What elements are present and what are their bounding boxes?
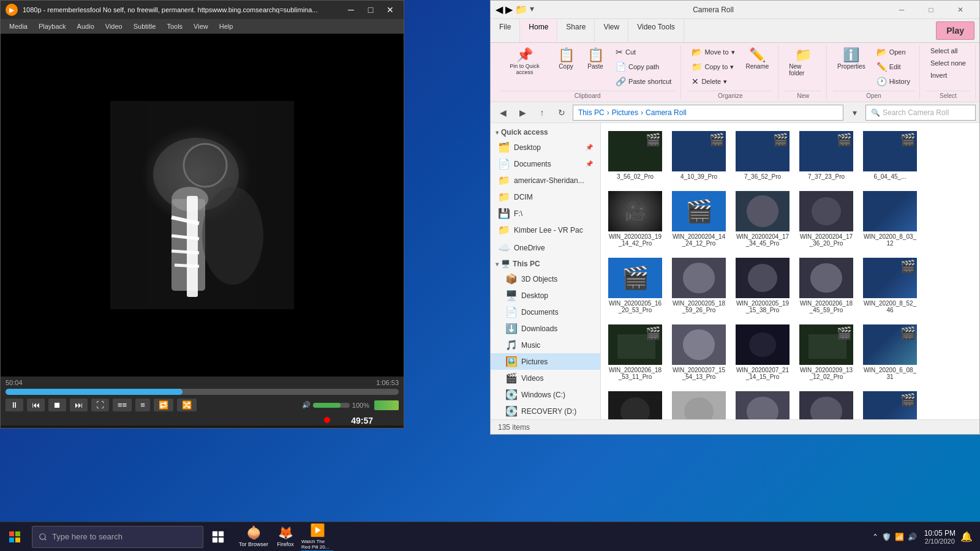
new-folder-button[interactable]: 📁 New folder bbox=[785, 45, 821, 80]
vlc-progress-bar[interactable] bbox=[6, 389, 399, 395]
list-item[interactable]: 🎬 WIN_20200_1_15_11 bbox=[859, 387, 921, 419]
list-item[interactable]: WIN_20200210_15_20_53_Pro bbox=[668, 387, 729, 419]
sidebar-pictures[interactable]: 🖼️ Pictures bbox=[491, 353, 600, 370]
list-item[interactable]: WIN_20200210_18_39_18_Pro bbox=[796, 387, 857, 419]
list-item[interactable]: WIN_20200205_19_15_38_Pro bbox=[732, 253, 793, 318]
quick-access-header[interactable]: ▾ Quick access bbox=[491, 126, 600, 139]
vlc-menu-audio[interactable]: Audio bbox=[72, 21, 99, 31]
sidebar-item-americavr[interactable]: 📁 americavr-Sheridan... bbox=[491, 172, 600, 189]
open-button[interactable]: 📂 Open bbox=[872, 45, 914, 59]
list-item[interactable]: WIN_20200204_17_36_20_Pro bbox=[796, 187, 857, 251]
play-ribbon-button[interactable]: Play bbox=[936, 21, 974, 40]
list-item[interactable]: 🎬 WIN_20200209_13_12_02_Pro bbox=[796, 320, 857, 384]
ribbon-tab-videotools[interactable]: Video Tools bbox=[628, 19, 684, 42]
list-item[interactable]: WIN_20200205_18_59_26_Pro bbox=[668, 253, 729, 318]
list-item[interactable]: WIN_20200207_15_54_13_Pro bbox=[668, 320, 729, 384]
notification-button[interactable]: 🔔 bbox=[960, 531, 973, 542]
sidebar-item-dcim[interactable]: 📁 DCIM bbox=[491, 189, 600, 205]
vlc-menu-video[interactable]: Video bbox=[100, 21, 127, 31]
edit-button[interactable]: ✏️ Edit bbox=[872, 60, 914, 73]
clock-button[interactable]: 10:05 PM 2/10/2020 bbox=[924, 529, 956, 545]
sidebar-recovery-d[interactable]: 💽 RECOVERY (D:) bbox=[491, 403, 600, 419]
paste-button[interactable]: 📋 Paste bbox=[582, 45, 609, 73]
vlc-menu-view[interactable]: View bbox=[189, 21, 213, 31]
sidebar-downloads[interactable]: ⬇️ Downloads bbox=[491, 320, 600, 337]
breadcrumb-dropdown-button[interactable]: ▾ bbox=[846, 105, 863, 121]
list-item[interactable]: 🎥 WIN_20200203_19_14_42_Pro bbox=[605, 187, 666, 251]
list-item[interactable]: 🎬 WIN_20200_8_03_12 bbox=[859, 187, 921, 251]
list-item[interactable]: 🎬 4_10_39_Pro bbox=[668, 127, 729, 184]
vlc-maximize-button[interactable]: □ bbox=[362, 3, 379, 17]
list-item[interactable]: 🎬 WIN_20200205_16_20_53_Pro bbox=[605, 253, 666, 318]
list-item[interactable]: 🎬 WIN_20200206_18_53_11_Pro bbox=[605, 320, 666, 384]
vlc-menu-subtitle[interactable]: Subtitle bbox=[129, 21, 161, 31]
sidebar-item-kimber[interactable]: 📁 Kimber Lee - VR Pac bbox=[491, 222, 600, 238]
vlc-playlist-button[interactable]: ≡ bbox=[135, 399, 150, 411]
copy-to-button[interactable]: 📁 Copy to ▾ bbox=[687, 60, 739, 73]
list-item[interactable]: 🎬 7_37_23_Pro bbox=[796, 127, 857, 184]
refresh-button[interactable]: ↻ bbox=[553, 105, 570, 121]
taskbar-app-firefox[interactable]: 🦊 Firefox bbox=[270, 522, 301, 552]
show-hidden-icons-button[interactable]: ⌃ bbox=[872, 533, 878, 541]
properties-button[interactable]: ℹ️ Properties bbox=[833, 45, 870, 73]
ribbon-tab-home[interactable]: Home bbox=[520, 19, 557, 42]
breadcrumb-pictures[interactable]: Pictures bbox=[612, 108, 638, 117]
sidebar-3dobjects[interactable]: 📦 3D Objects bbox=[491, 271, 600, 287]
list-item[interactable]: 🎬 WIN_20200204_14_24_12_Pro bbox=[668, 187, 729, 251]
list-item[interactable]: WIN_20200209_18_12_42_Pro bbox=[605, 387, 666, 419]
explorer-minimize-button[interactable]: ─ bbox=[888, 1, 916, 19]
taskbar-app-tor[interactable]: 🧅 Tor Browser bbox=[238, 522, 270, 552]
sidebar-videos[interactable]: 🎬 Videos bbox=[491, 370, 600, 386]
sidebar-item-f-drive[interactable]: 💾 F:\ bbox=[491, 205, 600, 222]
ribbon-tab-share[interactable]: Share bbox=[557, 19, 595, 42]
this-pc-header[interactable]: ▾ 🖥️ This PC bbox=[491, 257, 600, 271]
breadcrumb-camera-roll[interactable]: Camera Roll bbox=[646, 108, 687, 117]
ribbon-tab-file[interactable]: File bbox=[491, 19, 520, 42]
vlc-menu-media[interactable]: Media bbox=[4, 21, 32, 31]
sidebar-documents2[interactable]: 📄 Documents bbox=[491, 304, 600, 320]
pin-to-quickaccess-button[interactable]: 📌 Pin to Quick access bbox=[499, 45, 550, 78]
up-button[interactable]: ↑ bbox=[533, 105, 551, 121]
ribbon-tab-view[interactable]: View bbox=[595, 19, 628, 42]
list-item[interactable]: 🎬 WIN_20200_6_08_31 bbox=[859, 320, 921, 384]
vlc-stop-button[interactable]: ⏹ bbox=[48, 399, 66, 411]
task-view-button[interactable] bbox=[203, 522, 233, 552]
back-button[interactable]: ◀ bbox=[494, 105, 511, 121]
list-item[interactable]: WIN_20200207_21_14_15_Pro bbox=[732, 320, 793, 384]
vlc-play-pause-button[interactable]: ⏸ bbox=[6, 399, 23, 411]
taskbar-search[interactable]: Type here to search bbox=[32, 526, 203, 548]
sidebar-desktop2[interactable]: 🖥️ Desktop bbox=[491, 287, 600, 304]
vlc-ext-button[interactable]: ≡≡ bbox=[113, 399, 132, 411]
breadcrumb[interactable]: This PC › Pictures › Camera Roll bbox=[573, 105, 843, 121]
vlc-menu-help[interactable]: Help bbox=[214, 21, 238, 31]
copy-path-button[interactable]: 📄 Copy path bbox=[611, 60, 676, 73]
cut-button[interactable]: ✂ Cut bbox=[611, 45, 676, 59]
explorer-window-controls[interactable]: ─ □ ✕ bbox=[888, 1, 974, 19]
explorer-maximize-button[interactable]: □ bbox=[917, 1, 945, 19]
move-to-button[interactable]: 📂 Move to ▾ bbox=[687, 45, 739, 59]
list-item[interactable]: 🎬 WIN_20200_8_52_46 bbox=[859, 253, 921, 318]
volume-status-icon[interactable]: 🔊 bbox=[908, 533, 917, 541]
taskbar-app-vlc[interactable]: ▶️ Watch The Red Pill 20... bbox=[301, 522, 333, 552]
start-button[interactable] bbox=[0, 522, 29, 552]
select-none-button[interactable]: Select none bbox=[926, 58, 970, 69]
history-button[interactable]: 🕐 History bbox=[872, 75, 914, 88]
vlc-minimize-button[interactable]: ─ bbox=[342, 3, 360, 17]
explorer-close-button[interactable]: ✕ bbox=[946, 1, 974, 19]
vlc-menu-tools[interactable]: Tools bbox=[162, 21, 187, 31]
vlc-loop-button[interactable]: 🔁 bbox=[154, 399, 173, 411]
list-item[interactable]: WIN_20200210_18_21_18_Pro bbox=[732, 387, 793, 419]
rename-button[interactable]: ✏️ Rename bbox=[742, 45, 774, 73]
vlc-close-button[interactable]: ✕ bbox=[382, 3, 399, 17]
vlc-fullscreen-button[interactable]: ⛶ bbox=[91, 399, 109, 411]
vlc-window-controls[interactable]: ─ □ ✕ bbox=[342, 3, 399, 17]
list-item[interactable]: WIN_20200206_18_45_59_Pro bbox=[796, 253, 857, 318]
list-item[interactable]: 🎬 3_56_02_Pro bbox=[605, 127, 666, 184]
paste-shortcut-button[interactable]: 🔗 Paste shortcut bbox=[611, 75, 676, 88]
sidebar-item-onedrive[interactable]: ☁️ OneDrive bbox=[491, 239, 600, 256]
sidebar-windows-c[interactable]: 💽 Windows (C:) bbox=[491, 386, 600, 403]
list-item[interactable]: 🎬 7_36_52_Pro bbox=[732, 127, 793, 184]
vlc-volume-bar[interactable] bbox=[313, 403, 350, 408]
list-item[interactable]: 🎬 6_04_45_... bbox=[859, 127, 921, 184]
network-status-icon[interactable]: 📶 bbox=[895, 533, 904, 541]
